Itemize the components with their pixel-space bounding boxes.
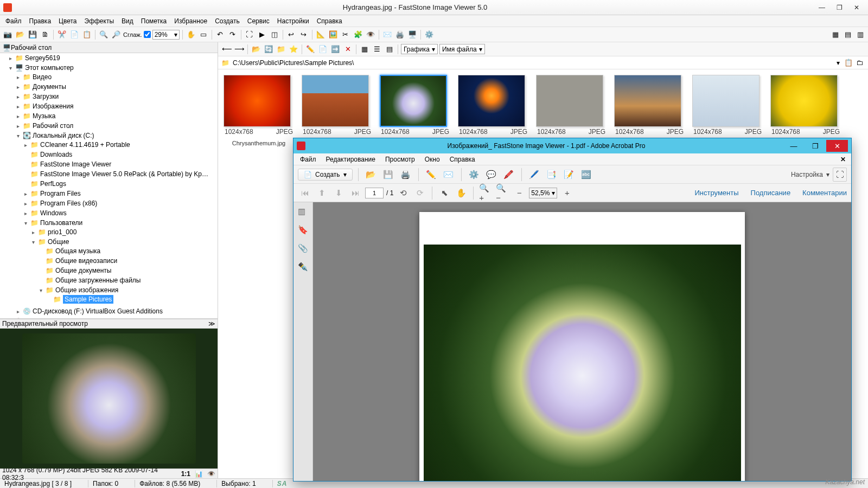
- zoomout-icon[interactable]: 🔎: [111, 29, 122, 40]
- copypath-icon[interactable]: 📋: [843, 57, 854, 68]
- ac-text-icon[interactable]: 🔤: [579, 168, 593, 182]
- thumbnail-item[interactable]: 1024x768JPEG: [770, 75, 841, 146]
- tree-node-computer[interactable]: Этот компьютер: [25, 64, 74, 72]
- tree-node[interactable]: Документы: [33, 83, 66, 91]
- menu-help[interactable]: Справка: [314, 16, 346, 26]
- tree-node-users[interactable]: Пользователи: [40, 219, 82, 227]
- acrobat-customize-button[interactable]: Настройка▾: [791, 171, 829, 178]
- menu-view[interactable]: Вид: [118, 16, 137, 26]
- resize-icon[interactable]: 📐: [315, 29, 326, 40]
- tree-node[interactable]: Изображения: [33, 102, 73, 110]
- menu-create[interactable]: Создать: [212, 16, 243, 26]
- smooth-checkbox[interactable]: [144, 31, 151, 38]
- menu-settings[interactable]: Настройки: [274, 16, 312, 26]
- menu-edit[interactable]: Правка: [26, 16, 55, 26]
- acrobat-restore-button[interactable]: ❐: [805, 140, 826, 152]
- acrobat-create-button[interactable]: 📄Создать▾: [298, 169, 353, 181]
- ac-open-icon[interactable]: 📂: [364, 168, 378, 182]
- view-list-icon[interactable]: ☰: [372, 44, 382, 55]
- thumbnail-item[interactable]: 1024x768JPEG: [380, 75, 450, 146]
- settings-icon[interactable]: ⚙️: [424, 29, 435, 40]
- ac-hand-icon[interactable]: ✋: [454, 186, 468, 200]
- tree-node[interactable]: Рабочий стол: [33, 122, 73, 130]
- tree-node[interactable]: Видео: [33, 73, 52, 81]
- saveas-icon[interactable]: 🗎: [40, 29, 50, 40]
- move-icon[interactable]: ➡️: [330, 44, 341, 55]
- ac-gear-icon[interactable]: ⚙️: [467, 168, 481, 182]
- ratio-button[interactable]: 1:1: [181, 470, 190, 478]
- zoom-combo[interactable]: 29%▾: [152, 30, 180, 40]
- cut-icon[interactable]: ✂️: [56, 29, 67, 40]
- ac-save-icon[interactable]: 💾: [381, 168, 395, 182]
- tree-node[interactable]: Общие документы: [55, 267, 111, 274]
- rotate-left-icon[interactable]: ↶: [215, 29, 226, 40]
- copy-icon[interactable]: 📄: [69, 29, 80, 40]
- menu-favorites[interactable]: Избранное: [171, 16, 210, 26]
- redeye-icon[interactable]: 👁️: [365, 29, 376, 40]
- acquire-icon[interactable]: 📷: [2, 29, 13, 40]
- menu-service[interactable]: Сервис: [244, 16, 273, 26]
- menu-file[interactable]: Файл: [2, 16, 25, 26]
- tree-node[interactable]: Program Files: [40, 190, 81, 197]
- tree-node[interactable]: CCleaner 4.11.4619 + Portable: [40, 141, 130, 149]
- tree-node[interactable]: Общие загруженные файлы: [55, 277, 141, 284]
- acrobat-window[interactable]: Изображений_ FastStone Image Viewer - 1.…: [293, 138, 852, 481]
- tree-node-drive-c[interactable]: Локальный диск (C:): [33, 132, 94, 139]
- clone-icon[interactable]: 🧩: [353, 29, 363, 40]
- thumbnail-item[interactable]: 1024x768JPEG: [614, 75, 685, 146]
- canvas-icon[interactable]: 🖼️: [328, 29, 339, 40]
- histogram-icon[interactable]: 📊: [195, 470, 203, 478]
- undo-icon[interactable]: ↩: [286, 29, 297, 40]
- slideshow-icon[interactable]: ▶: [257, 29, 267, 40]
- ac-last-icon[interactable]: ⏭: [348, 186, 362, 200]
- explore-icon[interactable]: 🗀: [854, 57, 865, 68]
- select-icon[interactable]: ▭: [198, 29, 209, 40]
- ac-page-input[interactable]: [365, 188, 384, 198]
- ac-attach-icon[interactable]: 📎: [298, 243, 309, 254]
- menu-tag[interactable]: Пометка: [138, 16, 170, 26]
- path-input[interactable]: [233, 59, 837, 67]
- tree-node[interactable]: Музыка: [33, 112, 55, 120]
- ac-up-icon[interactable]: ⬆: [315, 186, 329, 200]
- tree-node-drive-f[interactable]: CD-дисковод (F:) VirtualBox Guest Additi…: [33, 307, 163, 315]
- tree-node[interactable]: Общие видеозаписи: [55, 257, 117, 265]
- rotate-right-icon[interactable]: ↷: [227, 29, 238, 40]
- tree-node[interactable]: Загрузки: [33, 93, 59, 100]
- ac-nextview-icon[interactable]: ⟳: [413, 186, 427, 200]
- ac-print-icon[interactable]: 🖨️: [399, 168, 413, 182]
- acrobat-minimize-button[interactable]: —: [783, 140, 805, 152]
- layout1-icon[interactable]: ▦: [830, 29, 841, 40]
- ac-minus-icon[interactable]: −: [512, 186, 526, 200]
- ac-menu-view[interactable]: Просмотр: [381, 155, 419, 164]
- sort-combo[interactable]: Имя файла▾: [439, 44, 485, 54]
- ac-menu-help[interactable]: Справка: [445, 155, 480, 164]
- ac-fullscreen-icon[interactable]: ⛶: [833, 168, 847, 182]
- copy2-icon[interactable]: 📄: [317, 44, 328, 55]
- window-minimize-button[interactable]: —: [814, 2, 830, 13]
- thumbnail-item[interactable]: 1024x768JPEG Chrysanthemum.jpg: [224, 75, 294, 146]
- ac-prevview-icon[interactable]: ⟲: [396, 186, 410, 200]
- newfolder-icon[interactable]: 📁: [276, 44, 286, 55]
- ac-down-icon[interactable]: ⬇: [331, 186, 346, 200]
- folder-tree[interactable]: ▸Sergey5619 ▾Этот компьютер ▸Видео ▸Доку…: [0, 53, 218, 319]
- ac-stamp-icon[interactable]: 📑: [545, 168, 559, 182]
- window-restore-button[interactable]: ❐: [831, 2, 847, 13]
- layout3-icon[interactable]: ▥: [855, 29, 866, 40]
- wallpaper-icon[interactable]: 🖥️: [407, 29, 418, 40]
- acrobat-viewport[interactable]: [313, 202, 851, 481]
- tree-node[interactable]: Downloads: [40, 151, 72, 158]
- ac-highlight-icon[interactable]: 🖍️: [502, 168, 516, 182]
- ac-sign-icon[interactable]: 🖊️: [527, 168, 541, 182]
- refresh-icon[interactable]: 🔄: [263, 44, 274, 55]
- layout2-icon[interactable]: ▤: [843, 29, 853, 40]
- tree-node[interactable]: FastStone Image Viewer 5.0 RePack (& Por…: [40, 170, 208, 178]
- ac-zoom-combo[interactable]: 52,5%▾: [529, 188, 557, 198]
- ac-link-sign[interactable]: Подписание: [751, 189, 791, 197]
- tree-node-sample-pictures[interactable]: Sample Pictures: [63, 295, 113, 304]
- ac-thumb-icon[interactable]: ▥: [298, 207, 309, 217]
- tree-node[interactable]: Общая музыка: [55, 247, 100, 255]
- window-close-button[interactable]: ✕: [848, 2, 865, 13]
- up-icon[interactable]: 📂: [251, 44, 261, 55]
- view-thumb-icon[interactable]: ▦: [359, 44, 370, 55]
- ac-menu-edit[interactable]: Редактирование: [322, 155, 380, 164]
